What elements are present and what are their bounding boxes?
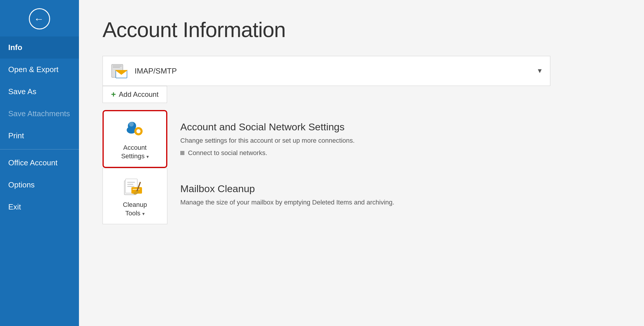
svg-rect-23 [127,182,135,183]
sidebar-item-save-as[interactable]: Save As [0,81,79,103]
cleanup-tools-desc: Mailbox Cleanup Manage the size of your … [167,168,550,224]
svg-point-11 [136,129,141,133]
cleanup-tools-title: Mailbox Cleanup [180,183,537,194]
cleanup-tools-label: CleanupTools ▾ [123,201,147,217]
back-arrow-icon: ← [34,14,44,24]
account-selector-dropdown-arrow[interactable]: ▼ [536,67,543,75]
account-settings-subitem-label: Connect to social networks. [188,149,267,157]
svg-rect-14 [134,131,136,132]
add-account-button[interactable]: + Add Account [103,86,167,103]
cleanup-tools-icon [123,177,147,197]
back-button-area[interactable]: ← [0,0,79,36]
imap-icon [110,61,129,80]
svg-rect-27 [133,189,140,190]
svg-rect-12 [138,127,139,129]
svg-rect-2 [113,67,120,68]
account-settings-desc: Account and Social Network Settings Chan… [167,110,550,168]
svg-rect-15 [141,131,143,132]
svg-rect-25 [127,186,134,187]
sidebar-item-exit[interactable]: Exit [0,196,79,218]
account-settings-caret: ▾ [146,154,149,159]
account-settings-row: AccountSettings ▾ Account and Social Net… [103,110,550,168]
sidebar-item-print[interactable]: Print [0,125,79,147]
sidebar-item-info[interactable]: Info [0,36,79,59]
sidebar: ← Info Open & Export Save As Save Attach… [0,0,79,326]
sidebar-nav: Info Open & Export Save As Save Attachme… [0,36,79,326]
sidebar-item-open-export[interactable]: Open & Export [0,59,79,81]
account-settings-label: AccountSettings ▾ [121,144,149,160]
add-account-label: Add Account [119,90,158,99]
back-button[interactable]: ← [29,8,50,29]
account-settings-tile[interactable]: AccountSettings ▾ [103,110,167,168]
cleanup-tools-text: Manage the size of your mailbox by empty… [180,199,537,206]
page-title: Account Information [103,18,620,42]
bullet-square-icon [180,151,184,155]
svg-rect-24 [127,184,133,185]
account-settings-icon [123,119,147,139]
cleanup-tools-row: CleanupTools ▾ Mailbox Cleanup Manage th… [103,168,550,224]
main-content: Account Information IMAP/SMTP ▼ + Add Ac… [79,0,644,326]
svg-point-8 [129,122,134,127]
account-settings-title: Account and Social Network Settings [180,121,537,133]
account-selector[interactable]: IMAP/SMTP ▼ [103,56,550,86]
account-settings-subitem: Connect to social networks. [180,149,537,157]
svg-rect-13 [138,134,139,135]
plus-icon: + [111,90,116,99]
sidebar-divider [0,149,79,149]
account-settings-text: Change settings for this account or set … [180,137,537,144]
svg-rect-1 [113,66,122,66]
sidebar-item-options[interactable]: Options [0,174,79,196]
account-type-label: IMAP/SMTP [135,66,536,76]
cleanup-tools-tile[interactable]: CleanupTools ▾ [103,168,167,224]
sidebar-item-save-attachments: Save Attachments [0,103,79,125]
cleanup-tools-caret: ▾ [142,211,145,216]
sidebar-item-office-account[interactable]: Office Account [0,152,79,174]
